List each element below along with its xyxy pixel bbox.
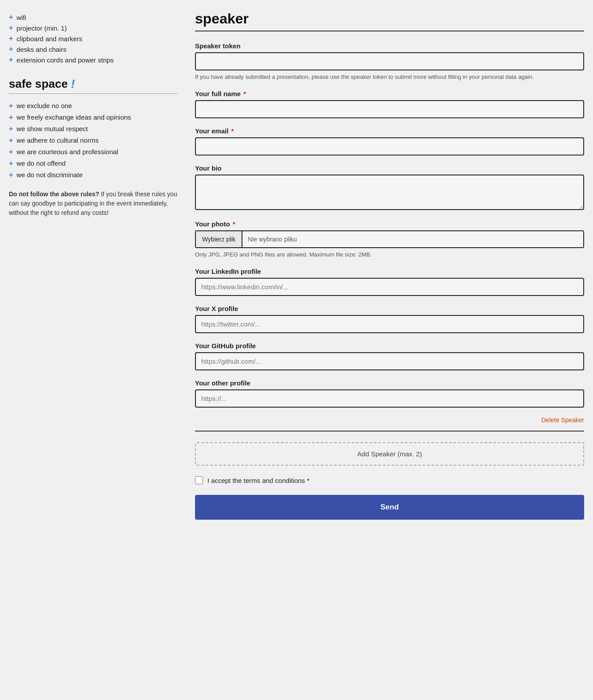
bio-group: Your bio	[195, 164, 584, 211]
plus-icon: +	[9, 113, 13, 121]
equipment-item: +extension cords and power strips	[9, 56, 177, 64]
photo-label: Your photo *	[195, 220, 584, 228]
x-label: Your X profile	[195, 305, 584, 312]
safe-space-exclamation: !	[71, 77, 75, 90]
full-name-input[interactable]	[195, 100, 584, 118]
github-group: Your GitHub profile	[195, 342, 584, 370]
plus-icon: +	[9, 148, 13, 156]
safe-space-title: safe space	[9, 77, 68, 90]
safe-space-divider	[9, 93, 177, 94]
plus-icon: +	[9, 24, 13, 32]
full-name-required: *	[243, 90, 246, 97]
plus-icon: +	[9, 159, 13, 167]
terms-checkbox[interactable]	[195, 476, 203, 484]
section-divider	[195, 31, 584, 31]
bio-label: Your bio	[195, 164, 584, 172]
terms-row: I accept the terms and conditions *	[195, 476, 584, 484]
add-speaker-button[interactable]: Add Speaker (max. 2)	[195, 442, 584, 466]
equipment-list: +wifi+projector (min. 1)+clipboard and m…	[9, 13, 177, 64]
linkedin-group: Your LinkedIn profile	[195, 268, 584, 296]
terms-label: I accept the terms and conditions *	[207, 477, 309, 484]
safe-space-heading: safe space !	[9, 77, 177, 91]
email-input[interactable]	[195, 137, 584, 156]
safe-space-rule: +we exclude no one	[9, 102, 177, 110]
delete-speaker-link[interactable]: Delete Speaker	[195, 416, 584, 424]
equipment-item-text: projector (min. 1)	[16, 24, 66, 32]
speaker-token-group: Speaker token If you have already submit…	[195, 42, 584, 81]
linkedin-label: Your LinkedIn profile	[195, 268, 584, 275]
section-title: speaker	[195, 11, 584, 27]
right-column: speaker Speaker token If you have alread…	[195, 9, 584, 520]
safe-space-rule: +we adhere to cultural norms	[9, 136, 177, 144]
warning-bold: Do not follow the above rules?	[9, 191, 99, 198]
safe-space-rule-text: we show mutual respect	[16, 125, 88, 132]
send-button[interactable]: Send	[195, 495, 584, 520]
safe-space-rule-text: we adhere to cultural norms	[16, 136, 98, 144]
email-group: Your email *	[195, 127, 584, 156]
file-name-display: Nie wybrano pliku	[242, 231, 583, 247]
equipment-item-text: desks and chairs	[16, 46, 66, 53]
equipment-item-text: clipboard and markers	[16, 35, 82, 43]
file-input-wrapper: Wybierz plik Nie wybrano pliku	[195, 230, 584, 248]
plus-icon: +	[9, 13, 13, 21]
speaker-token-input[interactable]	[195, 52, 584, 70]
x-input[interactable]	[195, 315, 584, 333]
plus-icon: +	[9, 56, 13, 64]
photo-group: Your photo * Wybierz plik Nie wybrano pl…	[195, 220, 584, 259]
email-required: *	[231, 127, 234, 135]
linkedin-input[interactable]	[195, 278, 584, 296]
safe-space-rule: +we show mutual respect	[9, 125, 177, 133]
equipment-item: +clipboard and markers	[9, 35, 177, 43]
plus-icon: +	[9, 125, 13, 133]
safe-space-rule: +we do not offend	[9, 159, 177, 167]
plus-icon: +	[9, 102, 13, 110]
email-label: Your email *	[195, 127, 584, 135]
equipment-item-text: wifi	[16, 14, 26, 21]
safe-space-rule-text: we freely exchange ideas and opinions	[16, 113, 131, 121]
plus-icon: +	[9, 45, 13, 53]
plus-icon: +	[9, 136, 13, 144]
photo-help: Only JPG, JPEG and PNG files are allowed…	[195, 251, 584, 259]
safe-space-rule: +we are courteous and professional	[9, 148, 177, 156]
other-input[interactable]	[195, 389, 584, 408]
safe-space-rule-text: we exclude no one	[16, 102, 72, 109]
warning-text: Do not follow the above rules? If you br…	[9, 190, 177, 218]
safe-space-list: +we exclude no one+we freely exchange id…	[9, 102, 177, 179]
safe-space-rule-text: we do not offend	[16, 159, 66, 167]
equipment-item: +wifi	[9, 13, 177, 21]
terms-required: *	[307, 477, 309, 484]
plus-icon: +	[9, 171, 13, 179]
speaker-section-divider	[195, 431, 584, 432]
safe-space-rule: +we do not discriminate	[9, 171, 177, 179]
speaker-token-help: If you have already submitted a presenta…	[195, 73, 584, 81]
plus-icon: +	[9, 35, 13, 43]
left-column: +wifi+projector (min. 1)+clipboard and m…	[9, 9, 177, 520]
other-profile-group: Your other profile	[195, 379, 584, 408]
safe-space-rule-text: we do not discriminate	[16, 171, 82, 179]
x-profile-group: Your X profile	[195, 305, 584, 333]
github-input[interactable]	[195, 352, 584, 370]
photo-required: *	[233, 220, 235, 228]
other-label: Your other profile	[195, 379, 584, 387]
safe-space-rule: +we freely exchange ideas and opinions	[9, 113, 177, 121]
safe-space-rule-text: we are courteous and professional	[16, 148, 118, 156]
equipment-item: +desks and chairs	[9, 45, 177, 53]
full-name-label: Your full name *	[195, 90, 584, 97]
full-name-group: Your full name *	[195, 90, 584, 118]
speaker-token-label: Speaker token	[195, 42, 584, 50]
equipment-item-text: extension cords and power strips	[16, 56, 113, 64]
file-choose-button[interactable]: Wybierz plik	[196, 231, 242, 247]
bio-textarea[interactable]	[195, 175, 584, 210]
github-label: Your GitHub profile	[195, 342, 584, 350]
page-layout: +wifi+projector (min. 1)+clipboard and m…	[9, 9, 584, 520]
equipment-item: +projector (min. 1)	[9, 24, 177, 32]
